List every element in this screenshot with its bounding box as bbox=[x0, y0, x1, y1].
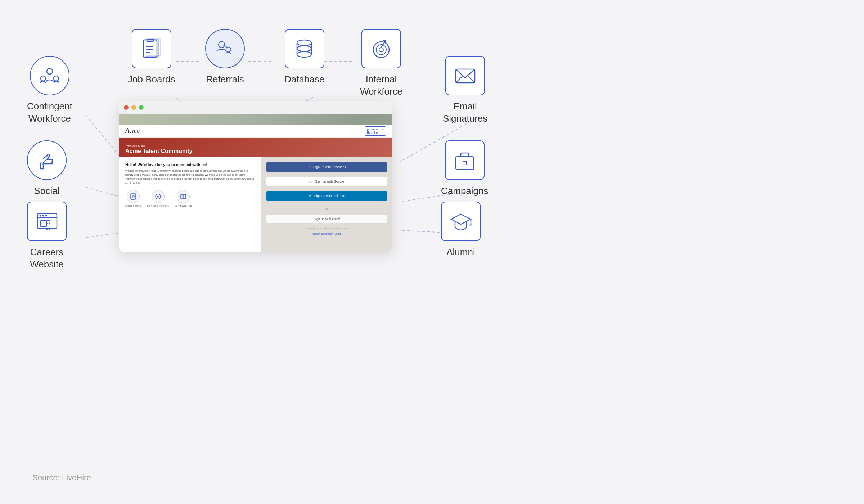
facebook-signup-btn[interactable]: f Sign up with Facebook bbox=[266, 162, 387, 172]
acme-logo: Acme bbox=[125, 127, 140, 135]
svg-point-56 bbox=[156, 194, 161, 199]
database-label: Database bbox=[284, 73, 324, 86]
careers-website-node: CareersWebsite bbox=[27, 202, 67, 271]
browser-dot-red bbox=[124, 105, 129, 110]
step1-icon bbox=[127, 190, 140, 203]
steps-row: Create a profile bbox=[125, 190, 255, 207]
page-left: Hello! We'd love for you to connect with… bbox=[119, 157, 261, 252]
alumni-icon bbox=[441, 202, 481, 241]
careers-website-icon bbox=[27, 202, 67, 241]
browser-titlebar bbox=[119, 101, 392, 114]
svg-text:G: G bbox=[309, 180, 312, 183]
social-node: Social bbox=[27, 140, 67, 197]
svg-point-27 bbox=[297, 51, 311, 57]
body-heading: Hello! We'd love for you to connect with… bbox=[125, 162, 255, 167]
svg-point-15 bbox=[54, 76, 59, 81]
email-signup-btn[interactable]: Sign up with email bbox=[266, 215, 387, 223]
page-right: f Sign up with Facebook G Sign up with G… bbox=[261, 157, 392, 252]
job-boards-node: Job Boards bbox=[128, 29, 175, 86]
alumni-node: Alumni bbox=[441, 202, 481, 258]
google-signup-btn[interactable]: G Sign up with Google bbox=[266, 177, 387, 186]
terms-text: By signing up, you agree to LiveHire's T… bbox=[266, 228, 387, 230]
step-create-profile: Create a profile bbox=[125, 190, 141, 207]
internal-workforce-label: InternalWorkforce bbox=[360, 73, 402, 98]
referrals-label: Referrals bbox=[206, 73, 244, 86]
svg-point-26 bbox=[297, 46, 311, 51]
job-boards-label: Job Boards bbox=[128, 73, 175, 86]
svg-point-24 bbox=[226, 47, 231, 52]
page-body: Hello! We'd love for you to connect with… bbox=[119, 157, 392, 252]
svg-point-44 bbox=[45, 215, 47, 216]
svg-point-25 bbox=[297, 40, 311, 46]
svg-point-59 bbox=[157, 196, 159, 197]
inner-header: Acme powered bylivehire bbox=[119, 125, 392, 138]
svg-line-34 bbox=[468, 76, 475, 83]
svg-text:f: f bbox=[309, 166, 310, 169]
step1-label: Create a profile bbox=[125, 204, 141, 207]
step-preferences: Set your preferences bbox=[147, 190, 168, 207]
svg-marker-49 bbox=[451, 214, 471, 224]
campaigns-icon bbox=[445, 140, 485, 180]
browser-content: Acme powered bylivehire Welcome to the A… bbox=[119, 114, 392, 252]
social-icon bbox=[27, 140, 67, 180]
referrals-node: Referrals bbox=[205, 29, 245, 86]
hero-title: Acme Talent Community bbox=[125, 148, 192, 154]
social-label: Social bbox=[34, 185, 60, 197]
step2-icon bbox=[152, 190, 165, 203]
svg-point-13 bbox=[47, 68, 53, 74]
body-text: Welcome to the Acme Talent Community. Ta… bbox=[125, 169, 255, 185]
internal-workforce-node: InternalWorkforce bbox=[360, 29, 402, 98]
contingent-workforce-label: ContingentWorkforce bbox=[27, 100, 72, 125]
svg-point-42 bbox=[39, 215, 41, 216]
email-signatures-label: EmailSignatures bbox=[443, 100, 487, 125]
careers-website-label: CareersWebsite bbox=[30, 246, 63, 271]
already-member-text: Already a member? Log in bbox=[266, 233, 387, 235]
alumni-label: Alumni bbox=[446, 246, 475, 258]
main-canvas: ContingentWorkforce Job Boards bbox=[0, 0, 864, 504]
internal-workforce-icon bbox=[361, 29, 401, 68]
job-boards-icon bbox=[132, 29, 171, 68]
or-divider: or bbox=[266, 207, 387, 210]
database-node: Database bbox=[284, 29, 324, 86]
email-signatures-icon bbox=[445, 56, 485, 95]
step-jobs: Get relevant jobs bbox=[175, 190, 192, 207]
svg-text:in: in bbox=[309, 195, 311, 197]
hero-subtitle: Welcome to the bbox=[125, 144, 192, 147]
linkedin-signup-btn[interactable]: in Sign up with LinkedIn bbox=[266, 191, 387, 201]
livehire-badge: powered bylivehire bbox=[365, 126, 386, 136]
email-signatures-node: EmailSignatures bbox=[443, 56, 487, 125]
svg-line-33 bbox=[456, 76, 462, 83]
campaigns-label: Campaigns bbox=[441, 185, 489, 197]
step2-label: Set your preferences bbox=[147, 204, 168, 207]
svg-point-43 bbox=[42, 215, 44, 216]
contingent-workforce-icon bbox=[30, 56, 69, 95]
svg-point-29 bbox=[376, 45, 386, 55]
contingent-workforce-node: ContingentWorkforce bbox=[27, 56, 72, 125]
hero-banner: Welcome to the Acme Talent Community bbox=[119, 138, 392, 157]
source-text: Source: LiveHire bbox=[32, 473, 91, 482]
svg-point-28 bbox=[373, 42, 389, 58]
login-link[interactable]: Log in bbox=[335, 233, 342, 235]
browser-mockup: Acme powered bylivehire Welcome to the A… bbox=[119, 101, 392, 252]
referrals-icon bbox=[205, 29, 245, 68]
svg-point-30 bbox=[379, 48, 383, 52]
svg-rect-45 bbox=[40, 221, 47, 226]
browser-dot-yellow bbox=[131, 105, 136, 110]
step3-icon bbox=[177, 190, 190, 203]
database-icon bbox=[285, 29, 324, 68]
browser-dot-green bbox=[139, 105, 144, 110]
svg-point-14 bbox=[41, 76, 46, 81]
step3-label: Get relevant jobs bbox=[175, 204, 192, 207]
inner-page: Acme powered bylivehire Welcome to the A… bbox=[119, 125, 392, 252]
campaigns-node: Campaigns bbox=[441, 140, 489, 197]
svg-point-23 bbox=[219, 41, 225, 48]
